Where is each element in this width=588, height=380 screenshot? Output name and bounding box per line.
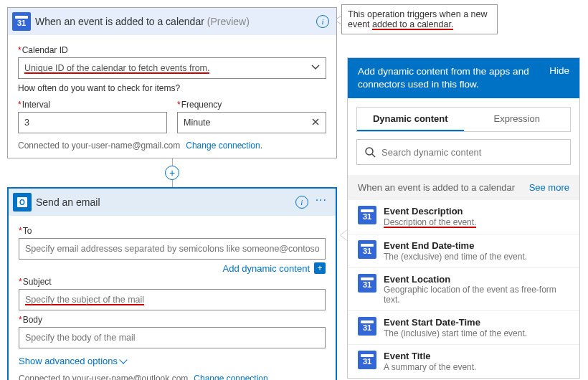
item-desc: A summary of the event. [384,362,476,372]
search-dynamic-content[interactable] [356,139,571,165]
body-label: Body [19,315,326,325]
outlook-icon: O [9,189,36,216]
add-dynamic-link[interactable]: Add dynamic content [223,263,310,274]
item-desc: Description of the event. [384,217,476,228]
interval-input[interactable] [18,112,167,133]
subject-input[interactable]: Specify the subject of the mail [19,289,326,310]
panel-hide-button[interactable]: Hide [549,65,569,76]
clear-icon[interactable] [311,117,320,128]
trigger-header[interactable]: 31 When an event is added to a calendar … [8,8,336,35]
item-title: Event Description [384,206,476,217]
interval-label: Interval [18,100,167,110]
body-input[interactable] [19,327,326,348]
dynamic-items-list: 31Event DescriptionDescription of the ev… [348,200,579,378]
item-desc: Geographic location of the event as free… [384,285,569,305]
tooltip-line2: added to a calendar. [372,19,453,30]
subject-placeholder: Specify the subject of the mail [25,295,144,305]
dynamic-item[interactable]: 31Event TitleA summary of the event. [348,345,579,378]
dynamic-item[interactable]: 31Event End Date-timeThe (exclusive) end… [348,234,579,268]
trigger-connected: Connected to your-user-name@gmail.com [18,141,180,151]
frequency-value: Minute [184,118,211,128]
dynamic-content-panel: Add dynamic content from the apps and co… [347,57,580,379]
svg-line-1 [372,154,375,157]
frequency-label: Frequency [177,100,326,110]
item-title: Event Title [384,351,476,361]
to-input[interactable] [19,238,326,260]
action-connected: Connected to your-user-name@outlook.com [19,374,188,380]
gcal-icon: 31 [358,351,376,369]
action-change-connection[interactable]: Change connection. [194,374,270,380]
svg-point-0 [366,148,373,155]
panel-section-header: When an event is added to a calendar See… [348,175,579,200]
tab-dynamic-content[interactable]: Dynamic content [357,108,464,131]
item-title: Event End Date-time [384,240,527,251]
calendar-id-placeholder: Unique ID of the calendar to fetch event… [24,63,209,74]
dynamic-item[interactable]: 31Event Start Date-TimeThe (inclusive) s… [348,311,579,345]
to-label: To [19,226,326,236]
see-more-link[interactable]: See more [529,182,569,193]
calendar-id-select[interactable]: Unique ID of the calendar to fetch event… [18,57,326,79]
to-text[interactable] [25,244,319,254]
search-icon [364,146,376,158]
dynamic-item[interactable]: 31Event LocationGeographic location of t… [348,268,579,311]
action-title: Send an email [36,196,295,208]
search-input[interactable] [381,147,563,158]
action-info-icon[interactable]: i [295,196,308,209]
info-tooltip: This operation triggers when a new event… [341,4,498,34]
how-often-label: How often do you want to check for items… [18,83,326,93]
show-advanced-button[interactable]: Show advanced options [19,356,126,366]
action-card: O Send an email i ··· To Add dynamic con… [7,187,337,380]
item-title: Event Start Date-Time [384,317,527,328]
item-desc: The (inclusive) start time of the event. [384,328,527,338]
dynamic-item[interactable]: 31Event DescriptionDescription of the ev… [348,200,579,234]
item-desc: The (exclusive) end time of the event. [384,252,527,262]
info-icon[interactable]: i [316,15,329,28]
add-step-button[interactable]: + [165,166,179,180]
item-title: Event Location [384,274,569,285]
action-header[interactable]: O Send an email i ··· [9,189,336,216]
gcal-icon: 31 [8,8,35,35]
connector: + [7,158,337,187]
section-title: When an event is added to a calendar [358,182,515,193]
calendar-id-label: Calendar ID [18,45,326,55]
add-dynamic-icon[interactable]: + [314,262,326,274]
trigger-title: When an event is added to a calendar (Pr… [35,16,316,27]
gcal-icon: 31 [358,206,376,224]
panel-lead: Add dynamic content from the apps and co… [358,65,530,91]
tab-expression[interactable]: Expression [464,108,571,131]
action-menu-icon[interactable]: ··· [316,194,327,206]
panel-tabs: Dynamic content Expression [356,107,571,132]
gcal-icon: 31 [358,240,376,259]
chevron-down-icon[interactable] [311,62,320,74]
panel-header: Add dynamic content from the apps and co… [348,58,579,98]
frequency-select[interactable]: Minute [177,112,326,133]
chevron-down-icon [119,356,127,364]
trigger-change-connection[interactable]: Change connection. [186,141,262,151]
gcal-icon: 31 [358,317,376,336]
interval-value[interactable] [24,118,161,128]
body-text[interactable] [25,333,319,343]
gcal-icon: 31 [358,274,376,293]
trigger-card: 31 When an event is added to a calendar … [7,7,337,158]
subject-label: Subject [19,277,326,287]
